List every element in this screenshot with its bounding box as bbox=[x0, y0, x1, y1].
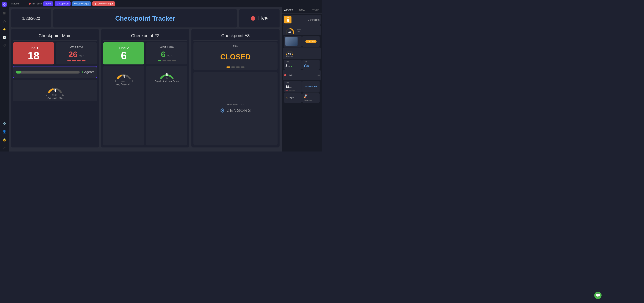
gauge-max-main: 10 bbox=[62, 94, 64, 96]
not-public-dot bbox=[29, 3, 31, 5]
widget-8-num: 8 bbox=[286, 64, 287, 68]
w18-dot1 bbox=[286, 90, 288, 91]
dot2-3 bbox=[167, 60, 171, 61]
wait-label-2: Wait Time bbox=[160, 45, 174, 49]
gauge-value-2b: 6 bbox=[166, 72, 168, 77]
widget-8-arrow: ▲ bbox=[291, 65, 292, 67]
gauge-value-main: 4 bbox=[54, 88, 56, 93]
main-area: Tracker Not Public Save ⧉ Copy Url + Add… bbox=[9, 0, 322, 151]
widget-8min[interactable]: Title 8 min ▲ bbox=[284, 60, 302, 70]
zensors-text: ZENSORS bbox=[227, 108, 251, 113]
checkpoint-2-title: Checkpoint #2 bbox=[103, 31, 187, 41]
header-title: Checkpoint Tracker bbox=[53, 9, 237, 27]
add-widget-button[interactable]: + Add Widget bbox=[72, 1, 91, 6]
sidebar-icon-lock[interactable]: 🔒 bbox=[2, 137, 7, 142]
dot3-1 bbox=[226, 66, 230, 68]
trash-icon: 🗑 bbox=[94, 2, 97, 5]
dot1 bbox=[67, 60, 71, 61]
gauge-min-main: 0 bbox=[46, 94, 47, 96]
widget-zensors-item[interactable]: ⚙ ZENSORS bbox=[302, 81, 320, 92]
dot3 bbox=[77, 60, 81, 61]
sidebar-icon-clock[interactable]: 🕐 bbox=[2, 35, 7, 39]
zensors-branding: POWERED BY ⚙ ZENSORS bbox=[194, 72, 278, 145]
widget-yes[interactable]: Title Yes bbox=[302, 60, 320, 70]
widget-temp-item[interactable]: ☀ 72° bbox=[284, 93, 302, 103]
save-button[interactable]: Save bbox=[43, 1, 53, 6]
widget-live-row: Live bbox=[284, 73, 293, 77]
widget-yes-title: Title bbox=[304, 61, 307, 63]
gauge-min-2: 0 bbox=[114, 80, 116, 82]
sidebar-icon-timer[interactable]: ⏱ bbox=[2, 43, 7, 48]
toolbar: Tracker Not Public Save ⧉ Copy Url + Add… bbox=[9, 0, 322, 7]
closed-title-label: Title bbox=[233, 45, 238, 48]
wait-min-main: min bbox=[79, 54, 84, 58]
right-panel-tabs: WIDGET DATA STYLE bbox=[282, 7, 322, 13]
sidebar-icon-grid[interactable]: ⊞ bbox=[2, 11, 7, 15]
sidebar-icon-user[interactable]: 👤 bbox=[2, 129, 7, 134]
app-logo[interactable]: ⬡ bbox=[2, 1, 7, 7]
checkpoints-grid: Checkpoint Main Line 1 18 Wait time 26 m… bbox=[11, 29, 280, 147]
zensors-logo: ⚙ ZENSORS bbox=[220, 107, 251, 114]
widget-68-badge-item[interactable]: 68 min bbox=[302, 36, 320, 47]
sidebar-icon-link[interactable]: 🔗 bbox=[2, 121, 7, 126]
tsa-value: 68 bbox=[288, 52, 291, 55]
toolbar-title: Tracker bbox=[11, 2, 27, 5]
zensors-powered-label: POWERED BY bbox=[226, 103, 244, 106]
gauge-2b: 6 % bbox=[158, 68, 176, 79]
canvas-header: 1/23/2020 Checkpoint Tracker Live bbox=[11, 9, 280, 27]
widget-list: Title 5 3:04:05pm 68 units bbox=[282, 13, 322, 104]
gauge-title-2: Avg Bags / Min bbox=[116, 83, 132, 85]
checkpoint-2: Checkpoint #2 Line 2 6 Wait Time 6 min bbox=[101, 29, 189, 147]
delete-widget-label: Delete Widget bbox=[98, 2, 113, 5]
line2-number: 6 bbox=[121, 50, 127, 61]
widget-orange-box: Title 5 bbox=[284, 16, 292, 23]
badge-68-text: 68 min bbox=[309, 40, 315, 43]
checkpoint-3: Checkpoint #3 Title CLOSED bbox=[192, 29, 280, 147]
widget-row-8: ☀ 72° 🚀 Monty Cine bbox=[283, 93, 321, 103]
agents-progress-fill bbox=[16, 71, 21, 73]
logo-icon: ⬡ bbox=[3, 3, 6, 6]
checkpoint-main: Checkpoint Main Line 1 18 Wait time 26 m… bbox=[11, 29, 99, 147]
dot3-4 bbox=[241, 66, 244, 68]
gauge-title-main: Avg Bags / Min bbox=[48, 97, 62, 99]
gauge-main: 4 bbox=[46, 82, 64, 93]
wait-number-main: 26 bbox=[68, 50, 78, 59]
sun-icon: ☀ bbox=[286, 96, 288, 100]
live-label: Live bbox=[257, 15, 268, 22]
sidebar-icon-export[interactable]: ↗ bbox=[2, 145, 7, 150]
dot2-4 bbox=[172, 60, 176, 61]
widget-rocket-item[interactable]: 🚀 Monty Cine bbox=[302, 93, 320, 103]
widget-yes-value: Yes bbox=[304, 64, 309, 68]
widget-8-min-label: min bbox=[288, 65, 290, 67]
widget-item-2[interactable]: 68 units Title bbox=[283, 25, 321, 35]
gauge-labels-2: 0 units 10 bbox=[114, 80, 133, 82]
dot4 bbox=[82, 60, 86, 61]
widget-units-label: units bbox=[297, 28, 300, 30]
closed-status: CLOSED bbox=[220, 49, 251, 65]
wait-card-main: Wait time 26 min bbox=[56, 42, 97, 64]
dashboard: 1/23/2020 Checkpoint Tracker Live Checkp… bbox=[9, 7, 322, 151]
agents-number: 1 bbox=[82, 70, 84, 74]
widget-item-1[interactable]: Title 5 3:04:05pm bbox=[283, 15, 321, 25]
tab-widget[interactable]: WIDGET bbox=[282, 7, 295, 13]
widget-title-label: Title bbox=[297, 30, 300, 32]
widget-18-item[interactable]: Title 18 min bbox=[284, 81, 302, 92]
delete-widget-button[interactable]: 🗑 Delete Widget bbox=[92, 1, 115, 6]
gauge-percent-2b: % bbox=[166, 77, 168, 79]
line1-card: Line 1 18 bbox=[13, 42, 54, 64]
widget-city[interactable] bbox=[284, 36, 302, 47]
copy-url-label: Copy Url bbox=[59, 2, 69, 5]
dot3-2 bbox=[231, 66, 235, 68]
wait-number-2: 6 bbox=[161, 50, 165, 59]
copy-url-button[interactable]: ⧉ Copy Url bbox=[54, 1, 71, 6]
tab-style[interactable]: STYLE bbox=[309, 7, 322, 13]
wait-card-2: Wait Time 6 min bbox=[146, 42, 187, 64]
widget-live-item[interactable]: Live 68 bbox=[283, 70, 321, 80]
checkpoint-main-title: Checkpoint Main bbox=[13, 31, 97, 41]
widget-tsa[interactable]: 68 TSA Line bbox=[283, 47, 321, 59]
sidebar-icon-target[interactable]: ◎ bbox=[2, 19, 7, 23]
tab-data[interactable]: DATA bbox=[295, 7, 308, 13]
sidebar-icon-activity[interactable]: ⚡ bbox=[2, 27, 7, 31]
agents-progress-bar bbox=[16, 71, 80, 73]
dot2-1 bbox=[158, 60, 161, 61]
